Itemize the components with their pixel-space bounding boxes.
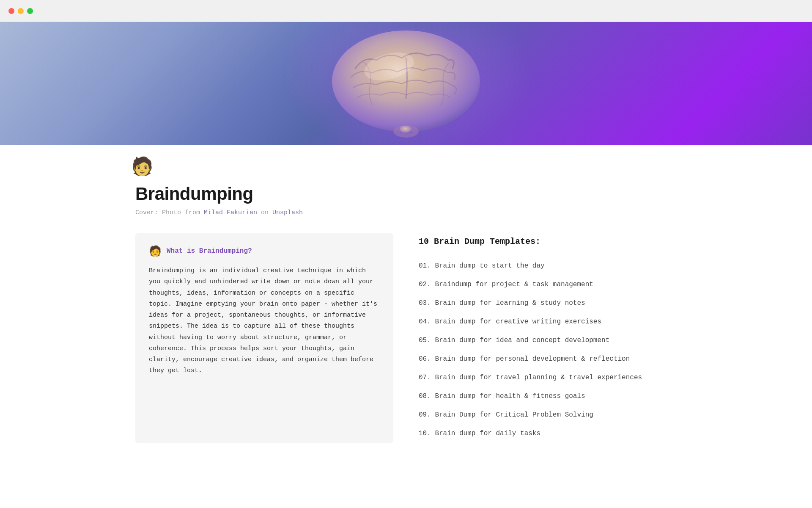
template-list-item[interactable]: 10. Brain dump for daily tasks xyxy=(419,424,677,443)
callout-body: Braindumping is an individual creative t… xyxy=(149,265,380,377)
credits-source-link[interactable]: Unsplash xyxy=(272,209,303,216)
template-list-item[interactable]: 03. Brain dump for learning & study note… xyxy=(419,294,677,312)
credits-author-link[interactable]: Milad Fakurian xyxy=(204,209,257,216)
template-list-item[interactable]: 06. Brain dump for personal development … xyxy=(419,350,677,368)
minimize-button[interactable] xyxy=(18,8,24,14)
callout-title: What is Braindumping? xyxy=(167,247,252,255)
template-list: 01. Brain dump to start the day02. Brain… xyxy=(419,257,677,443)
page-wrapper: 🧑 Braindumping Cover: Photo from Milad F… xyxy=(0,22,812,468)
callout-box: 🧑 What is Braindumping? Braindumping is … xyxy=(135,233,393,443)
template-list-item[interactable]: 08. Brain dump for health & fitness goal… xyxy=(419,387,677,406)
svg-point-1 xyxy=(332,30,480,132)
page-content: 🧑 Braindumping Cover: Photo from Milad F… xyxy=(110,145,702,468)
callout-icon: 🧑 xyxy=(149,245,162,257)
template-list-item[interactable]: 05. Brain dump for idea and concept deve… xyxy=(419,331,677,350)
two-column-layout: 🧑 What is Braindumping? Braindumping is … xyxy=(135,233,677,468)
template-list-title: 10 Brain Dump Templates: xyxy=(419,237,677,246)
page-title-section: Braindumping xyxy=(135,179,677,207)
template-list-item[interactable]: 01. Brain dump to start the day xyxy=(419,257,677,275)
traffic-lights xyxy=(8,8,33,14)
template-list-item[interactable]: 09. Brain Dump for Critical Problem Solv… xyxy=(419,406,677,424)
credits-section: Cover: Photo from Milad Fakurian on Unsp… xyxy=(135,207,677,233)
page-title: Braindumping xyxy=(135,184,677,204)
credits-prefix: Cover: Photo from xyxy=(135,209,204,216)
callout-header: 🧑 What is Braindumping? xyxy=(149,245,380,257)
close-button[interactable] xyxy=(8,8,14,14)
page-icon: 🧑 xyxy=(131,157,153,175)
browser-chrome xyxy=(0,0,812,22)
credits-text: Cover: Photo from Milad Fakurian on Unsp… xyxy=(135,209,677,216)
brain-illustration xyxy=(300,22,512,145)
template-list-section: 10 Brain Dump Templates: 01. Brain dump … xyxy=(419,233,677,443)
template-list-item[interactable]: 04. Brain dump for creative writing exer… xyxy=(419,312,677,331)
maximize-button[interactable] xyxy=(27,8,33,14)
template-list-item[interactable]: 07. Brain dump for travel planning & tra… xyxy=(419,368,677,387)
hero-banner xyxy=(0,22,812,145)
credits-middle: on xyxy=(257,209,272,216)
template-list-item[interactable]: 02. Braindump for project & task managem… xyxy=(419,275,677,294)
brain-svg xyxy=(321,26,491,141)
page-icon-section: 🧑 xyxy=(131,145,677,179)
svg-rect-3 xyxy=(400,126,412,133)
